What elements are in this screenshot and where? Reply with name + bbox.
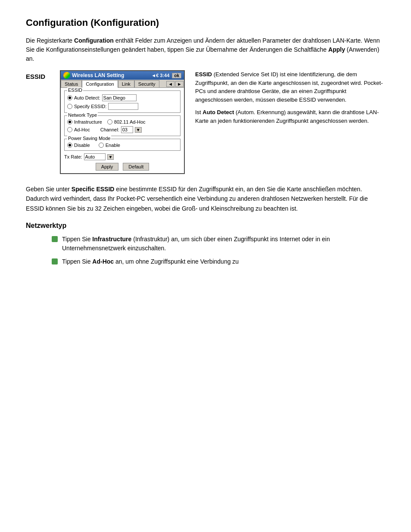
specific-essid-bold: Specific ESSID bbox=[72, 186, 115, 193]
bullet-icon-infrastructure bbox=[52, 236, 58, 242]
windows-logo-icon bbox=[63, 72, 70, 79]
power-saving-row: Disable Enable bbox=[67, 143, 177, 148]
tab-next-icon[interactable]: ► bbox=[175, 81, 184, 87]
apply-button[interactable]: Apply bbox=[96, 163, 119, 171]
dialog-body: ESSID Auto Detect: Specify ESSID: Networ… bbox=[61, 88, 184, 173]
titlebar-right: ◄€ 3:44 ok bbox=[151, 73, 181, 78]
network-type-fieldset: Network Type Infrastructure 802.11 Ad-Ho… bbox=[64, 115, 181, 136]
specify-essid-label: Specify ESSID: bbox=[74, 104, 106, 109]
titlebar-title: Wireless LAN Setting bbox=[72, 72, 124, 78]
netzwerktyp-heading: Netzwerktyp bbox=[26, 222, 385, 230]
bullet-adhoc: Tippen Sie Ad-Hoc an, um ohne Zugriffspu… bbox=[52, 257, 385, 266]
tab-prev-icon[interactable]: ◄ bbox=[166, 81, 174, 87]
channel-dropdown-icon[interactable]: ▼ bbox=[135, 127, 142, 133]
bullet-adhoc-text: Tippen Sie Ad-Hoc an, um ohne Zugriffspu… bbox=[62, 257, 239, 266]
essid-bold: ESSID bbox=[195, 71, 212, 78]
tx-rate-dropdown-icon[interactable]: ▼ bbox=[107, 154, 114, 160]
specify-essid-row: Specify ESSID: bbox=[67, 103, 177, 110]
intro-bold-apply: Apply bbox=[328, 46, 345, 53]
channel-input[interactable] bbox=[121, 126, 133, 133]
tab-status[interactable]: Status bbox=[61, 80, 82, 87]
essid-section: ESSID Wireless LAN Setting ◄€ 3:44 ok St… bbox=[26, 70, 385, 174]
adhoc-8021-radio[interactable] bbox=[107, 119, 112, 124]
specify-essid-input[interactable] bbox=[108, 103, 138, 110]
wm-dialog: Wireless LAN Setting ◄€ 3:44 ok Status C… bbox=[60, 70, 185, 174]
intro-paragraph: Die Registerkarte Configuration enthält … bbox=[26, 36, 385, 63]
tx-rate-row: Tx Rate: ▼ bbox=[64, 153, 181, 160]
tab-link[interactable]: Link bbox=[118, 80, 134, 87]
netzwerktyp-list: Tippen Sie Infrastructure (Infrastruktur… bbox=[52, 235, 385, 266]
tab-security[interactable]: Security bbox=[134, 80, 159, 87]
enable-radio[interactable] bbox=[99, 143, 104, 148]
auto-detect-input[interactable] bbox=[102, 94, 137, 101]
titlebar-left: Wireless LAN Setting bbox=[63, 72, 124, 79]
network-type-row1: Infrastructure 802.11 Ad-Hoc bbox=[67, 119, 177, 124]
auto-detect-label: Auto Detect: bbox=[74, 95, 100, 100]
ok-button[interactable]: ok bbox=[172, 73, 181, 78]
essid-desc-para2: Ist Auto Detect (Autom. Erkennung) ausge… bbox=[195, 108, 385, 125]
power-saving-fieldset: Power Saving Mode Disable Enable bbox=[64, 139, 181, 151]
tx-rate-input[interactable] bbox=[84, 153, 106, 160]
bullet-infrastructure: Tippen Sie Infrastructure (Infrastruktur… bbox=[52, 235, 385, 253]
network-type-row2: Ad-Hoc Channel: ▼ bbox=[67, 126, 177, 133]
specify-essid-radio[interactable] bbox=[67, 104, 72, 109]
bullet-infrastructure-text: Tippen Sie Infrastructure (Infrastruktur… bbox=[62, 235, 385, 253]
default-button[interactable]: Default bbox=[123, 163, 149, 171]
essid-legend: ESSID bbox=[67, 87, 83, 93]
page-title: Configuration (Konfiguration) bbox=[26, 17, 385, 28]
titlebar-time: ◄€ 3:44 bbox=[151, 73, 169, 78]
buttons-row: Apply Default bbox=[64, 163, 181, 171]
adhoc-bold: Ad-Hoc bbox=[92, 258, 114, 265]
auto-detect-row: Auto Detect: bbox=[67, 94, 177, 101]
tx-rate-label: Tx Rate: bbox=[64, 154, 82, 159]
disable-label: Disable bbox=[74, 143, 90, 148]
essid-desc-para1: ESSID (Extended Service Set ID) ist eine… bbox=[195, 70, 385, 104]
infrastructure-bold: Infrastructure bbox=[92, 236, 131, 243]
power-saving-legend: Power Saving Mode bbox=[67, 136, 111, 141]
enable-label: Enable bbox=[106, 143, 120, 148]
adhoc-label: Ad-Hoc bbox=[74, 127, 90, 132]
channel-label: Channel: bbox=[100, 127, 119, 132]
tab-configuration[interactable]: Configuration bbox=[82, 80, 118, 88]
specific-essid-paragraph: Geben Sie unter Specific ESSID eine best… bbox=[26, 184, 385, 213]
network-type-legend: Network Type bbox=[67, 112, 98, 118]
adhoc-radio[interactable] bbox=[67, 127, 72, 132]
tab-navigation: ◄ ► bbox=[166, 81, 184, 87]
intro-bold-configuration: Configuration bbox=[74, 37, 114, 44]
auto-detect-radio[interactable] bbox=[67, 95, 72, 100]
infrastructure-radio[interactable] bbox=[67, 119, 72, 124]
essid-fieldset: ESSID Auto Detect: Specify ESSID: bbox=[64, 90, 181, 113]
auto-detect-bold: Auto Detect bbox=[202, 109, 234, 115]
essid-label: ESSID bbox=[26, 70, 50, 80]
titlebar: Wireless LAN Setting ◄€ 3:44 ok bbox=[61, 71, 184, 80]
adhoc-8021-label: 802.11 Ad-Hoc bbox=[114, 119, 146, 124]
tabs-row: Status Configuration Link Security ◄ ► bbox=[61, 80, 184, 88]
bullet-icon-adhoc bbox=[52, 258, 58, 264]
infrastructure-label: Infrastructure bbox=[74, 119, 102, 124]
essid-description: ESSID (Extended Service Set ID) ist eine… bbox=[195, 70, 385, 129]
disable-radio[interactable] bbox=[67, 143, 72, 148]
